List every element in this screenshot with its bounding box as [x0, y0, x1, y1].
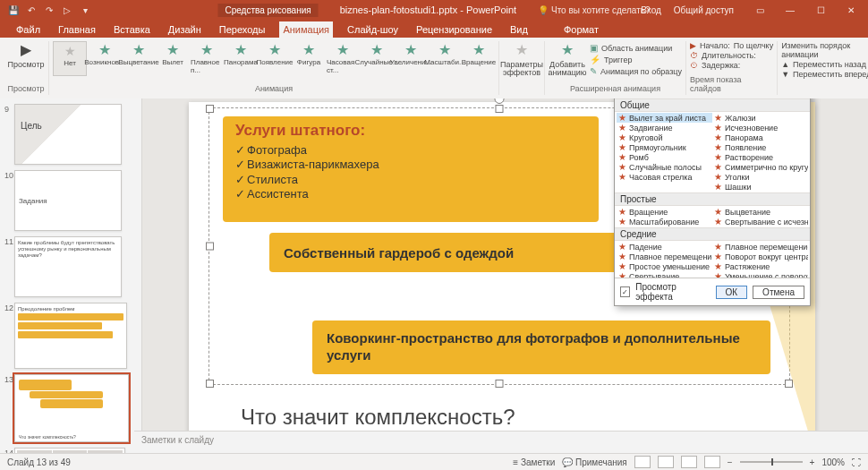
ok-button[interactable]: ОК — [716, 286, 748, 299]
zoom-in-icon[interactable]: + — [810, 457, 815, 467]
zoom-out-icon[interactable]: − — [728, 457, 733, 467]
cancel-button[interactable]: Отмена — [753, 286, 804, 299]
slide-counter[interactable]: Слайд 13 из 49 — [7, 457, 71, 467]
effect-item[interactable] — [617, 182, 712, 192]
effect-item[interactable]: ★Простое уменьшение — [617, 261, 712, 271]
anim-item[interactable]: ★Вылет — [157, 41, 189, 76]
maximize-icon[interactable]: ☐ — [807, 0, 834, 20]
effect-item[interactable]: ★Прямоугольник — [617, 142, 712, 152]
duration-input[interactable]: ⏱Длительность: — [690, 51, 773, 60]
trigger-button[interactable]: ⚡Триггер — [590, 55, 682, 64]
effect-item[interactable]: ★Панорама — [712, 132, 808, 142]
tab-home[interactable]: Главная — [55, 21, 99, 38]
effect-item[interactable]: ★Часовая стрелка — [617, 172, 712, 182]
effect-item[interactable]: ★Случайные полосы — [617, 162, 712, 172]
anim-item[interactable]: ★Панорама — [225, 41, 257, 76]
fit-to-window-icon[interactable]: ⛶ — [852, 457, 861, 467]
effect-item[interactable]: ★Уменьшение с поворотом — [712, 271, 808, 278]
effect-item[interactable]: ★Уголки — [712, 172, 808, 182]
delay-input[interactable]: ⏲Задержка: — [690, 61, 773, 70]
notes-toggle[interactable]: ≡ Заметки — [513, 457, 555, 467]
reading-view-icon[interactable] — [681, 456, 697, 468]
effect-item[interactable]: ★Задвигание — [617, 123, 712, 132]
effect-item[interactable]: ★Выцветание — [712, 207, 808, 217]
tab-transitions[interactable]: Переходы — [216, 21, 269, 38]
effect-item[interactable]: ★Круговой — [617, 132, 712, 142]
animation-pane-button[interactable]: ▣Область анимации — [590, 43, 682, 53]
effect-item[interactable]: ★Шашки — [712, 182, 808, 192]
slide-canvas[interactable]: Услуги штатного: Фотографа Визажиста-пар… — [142, 98, 868, 454]
coworking-box[interactable]: Коворкинг-пространство для фотографов и … — [312, 320, 770, 374]
effect-item[interactable]: ★Растяжение — [712, 261, 808, 271]
effect-item[interactable]: ★Масштабирование — [617, 217, 712, 226]
effect-item[interactable]: ★Растворение — [712, 152, 808, 162]
move-earlier-button[interactable]: ▲Переместить назад — [781, 60, 868, 69]
close-icon[interactable]: ✕ — [838, 0, 864, 20]
tab-slideshow[interactable]: Слайд-шоу — [344, 21, 402, 38]
resize-handle[interactable] — [496, 380, 504, 388]
comments-toggle[interactable]: 💬 Примечания — [562, 457, 627, 467]
slideshow-view-icon[interactable] — [704, 456, 720, 468]
zoom-slider[interactable] — [740, 461, 803, 463]
anim-item[interactable]: ★Выцветание — [123, 41, 155, 76]
resize-handle[interactable] — [206, 380, 214, 388]
add-animation-button[interactable]: ★ Добавить анимацию — [549, 41, 586, 78]
tab-review[interactable]: Рецензирование — [413, 21, 496, 38]
anim-item[interactable]: ★Увеличени... — [395, 41, 427, 76]
anim-item[interactable]: ★Вращение — [463, 41, 495, 76]
anim-item[interactable]: ★Появление — [259, 41, 291, 76]
services-box[interactable]: Услуги штатного: Фотографа Визажиста-пар… — [223, 116, 599, 222]
thumb-13[interactable]: 13Что значит комплексность? — [14, 374, 129, 442]
effect-item[interactable]: ★Симметрично по кругу — [712, 162, 808, 172]
preview-button[interactable]: ▶ Просмотр — [7, 41, 45, 69]
anim-item[interactable]: ★Часовая ст... — [327, 41, 359, 76]
start-dropdown[interactable]: ▶Начало: По щелчку — [690, 41, 773, 50]
tab-format[interactable]: Формат — [560, 21, 602, 38]
animation-painter-button[interactable]: ✎Анимация по образцу — [590, 66, 682, 76]
signin-link[interactable]: Вход — [641, 5, 661, 15]
effect-item[interactable]: ★Вращение — [617, 207, 712, 217]
effect-item[interactable]: ★Поворот вокруг центра — [712, 252, 808, 261]
share-link[interactable]: Общий доступ — [674, 5, 734, 15]
thumb-10[interactable]: 10 — [14, 170, 122, 231]
resize-handle[interactable] — [206, 243, 214, 251]
effect-options-button[interactable]: ★ Параметры эффектов — [503, 41, 540, 78]
resize-handle[interactable] — [206, 105, 214, 113]
tab-view[interactable]: Вид — [506, 21, 532, 38]
anim-item[interactable]: ★Фигура — [293, 41, 325, 76]
resize-handle[interactable] — [496, 105, 504, 113]
effect-item[interactable]: ★Свертывание с исчезновением — [712, 217, 808, 226]
effect-item[interactable]: ★Исчезновение — [712, 123, 808, 132]
tab-design[interactable]: Дизайн — [165, 21, 205, 38]
thumb-12[interactable]: 12Преодоление проблем — [14, 303, 127, 369]
resize-handle[interactable] — [785, 380, 793, 388]
minimize-icon[interactable]: — — [777, 0, 804, 20]
anim-none[interactable]: ★Нет — [53, 41, 87, 76]
tab-file[interactable]: Файл — [13, 21, 44, 38]
effect-item[interactable]: ★Свертывание — [617, 271, 712, 278]
move-later-button[interactable]: ▼Переместить вперед — [781, 70, 868, 79]
preview-checkbox[interactable]: ✓ — [620, 286, 630, 297]
tab-insert[interactable]: Вставка — [110, 21, 154, 38]
ribbon-options-icon[interactable]: ▭ — [746, 0, 773, 20]
effect-item[interactable]: ★Плавное перемещение вверх — [712, 242, 808, 252]
sorter-view-icon[interactable] — [658, 456, 674, 468]
animation-gallery[interactable]: ★Нет ★Возникнов... ★Выцветание ★Вылет ★П… — [53, 41, 495, 76]
slide-thumbnails[interactable]: 9 10 11Какие проблемы будут препятствова… — [0, 98, 142, 454]
start-slideshow-icon[interactable]: ▷ — [59, 2, 75, 18]
save-icon[interactable]: 💾 — [5, 2, 21, 18]
tell-me-search[interactable]: 💡 Что вы хотите сделать? — [538, 5, 650, 15]
effect-item[interactable]: ★Жалюзи — [712, 113, 808, 123]
anim-item[interactable]: ★Плавное п... — [191, 41, 223, 76]
zoom-value[interactable]: 100% — [821, 457, 845, 467]
notes-pane[interactable]: Заметки к слайду — [134, 431, 868, 454]
anim-item[interactable]: ★Масштаби... — [429, 41, 461, 76]
normal-view-icon[interactable] — [634, 456, 651, 468]
effect-item[interactable]: ★Появление — [712, 142, 808, 152]
effect-item[interactable]: ★Ромб — [617, 152, 712, 162]
qat-more-icon[interactable]: ▾ — [77, 2, 93, 18]
anim-item[interactable]: ★Возникнов... — [89, 41, 121, 76]
question-text[interactable]: Что значит комплексность? — [241, 405, 515, 430]
effect-item[interactable]: ★Плавное перемещение вниз — [617, 252, 712, 261]
effect-item[interactable]: ★Падение — [617, 242, 712, 252]
